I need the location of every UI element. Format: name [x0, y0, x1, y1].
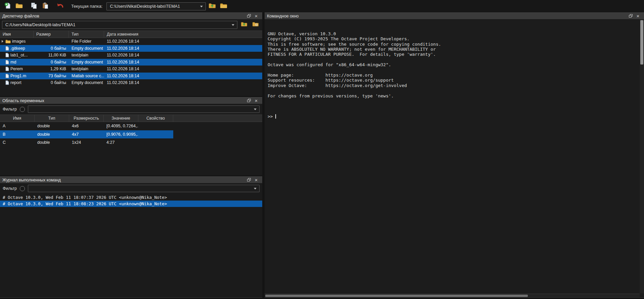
file-icon — [5, 67, 9, 71]
history-line[interactable]: # Octave 10.3.0, Wed Feb 11 18:08:23 202… — [0, 201, 262, 207]
file-type: text/plain — [69, 53, 104, 57]
column-header-name[interactable]: Имя — [0, 31, 34, 38]
close-icon: × — [255, 98, 258, 103]
panel-title: Диспетчер файлов — [2, 14, 39, 18]
expand-chevron-icon[interactable] — [1, 40, 4, 43]
file-row[interactable]: report0 байтыEmpty document11.02.2026 18… — [0, 79, 262, 86]
variable-row[interactable]: Adouble4x6[0.4095, 0.7264,... — [0, 122, 173, 130]
command-output-line: For changes from previous versions, type… — [268, 93, 637, 98]
undo-button[interactable] — [55, 2, 65, 11]
browse-directories-button[interactable] — [219, 2, 229, 11]
file-row[interactable]: Prog1.m73 байтыMatlab source c...11.02.2… — [0, 73, 262, 80]
file-date: 11.02.2026 18:14 — [104, 67, 262, 71]
open-file-button[interactable] — [14, 2, 24, 11]
file-size: 0 байты — [34, 46, 69, 51]
file-type: Empty document — [69, 60, 104, 65]
variable-row[interactable]: Bdouble4x7[0.9076, 0.9095,... — [0, 130, 173, 139]
variable-value: 4:27 — [104, 140, 138, 145]
column-header-date[interactable]: Дата изменения — [104, 31, 262, 38]
file-type: text/plain — [69, 67, 104, 71]
folder-actions-button[interactable] — [251, 20, 260, 29]
close-button[interactable]: × — [252, 98, 260, 103]
undock-icon — [247, 13, 251, 19]
variable-type: double — [35, 140, 69, 145]
column-header-attr[interactable]: Свойство — [138, 115, 173, 122]
variable-value: [0.9076, 0.9095,... — [104, 132, 138, 137]
file-name-cell: lab1_ot... — [0, 53, 34, 57]
column-header-type[interactable]: Тип — [35, 115, 69, 122]
undock-button[interactable] — [627, 13, 634, 19]
paste-icon — [42, 2, 49, 10]
undock-button[interactable] — [245, 98, 252, 103]
file-size: 73 байты — [34, 74, 69, 78]
command-history-panel: Журнал выполненных команд × Фильтр # Oct… — [0, 176, 262, 298]
command-prompt-line[interactable]: >> — [268, 114, 637, 119]
file-name: report — [10, 80, 21, 85]
sync-octave-directory-button[interactable] — [239, 20, 249, 29]
command-window-body[interactable]: GNU Octave, version 10.3.0Copyright (C) … — [265, 19, 644, 297]
file-type: File Folder — [69, 39, 104, 44]
file-browser-rows: imagesFile Folder11.02.2026 18:14.gitkee… — [0, 38, 262, 96]
text-cursor — [275, 114, 276, 119]
file-row[interactable]: md0 байтыEmpty document11.02.2026 18:14 — [0, 59, 262, 66]
history-filter-combobox[interactable] — [28, 185, 260, 192]
command-output-line: There is ABSOLUTELY NO WARRANTY; not eve… — [268, 47, 637, 52]
new-script-icon — [4, 2, 11, 10]
expander-spacer — [1, 47, 4, 50]
browse-directories-icon — [220, 3, 227, 10]
command-output-line: Improve Octave: https://octave.org/get-i… — [268, 83, 637, 88]
chevron-down-icon — [254, 188, 257, 189]
file-size: 1,29 KiB — [34, 67, 69, 71]
close-button[interactable]: × — [634, 13, 642, 19]
file-browser-titlebar[interactable]: Диспетчер файлов × — [0, 12, 262, 19]
column-header-value[interactable]: Значение — [104, 115, 138, 122]
close-button[interactable]: × — [252, 177, 260, 183]
undock-button[interactable] — [245, 13, 252, 19]
new-script-button[interactable] — [3, 2, 13, 11]
command-output-line: GNU Octave, version 10.3.0 — [268, 31, 637, 36]
paste-button[interactable] — [40, 2, 50, 11]
command-window-titlebar[interactable]: Командное окно × — [265, 12, 644, 19]
file-date: 11.02.2026 18:14 — [104, 39, 262, 44]
copy-button[interactable] — [29, 2, 39, 11]
variable-row[interactable]: Cdouble1x244:27 — [0, 138, 173, 147]
variable-dims: 1x24 — [69, 140, 104, 145]
file-icon — [5, 60, 9, 65]
column-header-name[interactable]: Имя — [0, 115, 35, 122]
file-row[interactable]: lab1_ot...11,00 KiBtext/plain11.02.2026 … — [0, 52, 262, 59]
file-name-cell: .gitkeep — [0, 46, 34, 51]
column-header-size[interactable]: Размер — [34, 31, 69, 38]
horizontal-scrollbar[interactable] — [265, 294, 640, 297]
file-row[interactable]: .gitkeep0 байтыEmpty document11.02.2026 … — [0, 45, 262, 52]
prompt-space — [273, 114, 276, 119]
close-button[interactable]: × — [252, 13, 260, 19]
current-folder-combobox[interactable]: C:\Users\Nika\Desktop\it-labs\TEMA1 — [106, 2, 206, 10]
file-icon — [5, 46, 9, 51]
file-date: 11.02.2026 18:14 — [104, 53, 262, 57]
file-path-combobox[interactable]: C:/Users/Nika/Desktop/it-labs/TEMA1 — [2, 21, 237, 29]
horizontal-scrollbar-thumb[interactable] — [265, 295, 528, 297]
column-header-type[interactable]: Тип — [69, 31, 104, 38]
column-header-dims[interactable]: Размерность — [69, 115, 104, 122]
undock-button[interactable] — [245, 177, 252, 183]
vertical-scrollbar-thumb[interactable] — [640, 20, 643, 65]
main-toolbar: Текущая папка: C:\Users\Nika\Desktop\it-… — [0, 0, 644, 12]
history-titlebar[interactable]: Журнал выполненных команд × — [0, 176, 262, 183]
command-output-line — [268, 98, 637, 103]
file-size: 0 байты — [34, 80, 69, 85]
variable-name: C — [0, 140, 35, 145]
file-row[interactable]: Perem1,29 KiBtext/plain11.02.2026 18:14 — [0, 66, 262, 73]
file-name: lab1_ot... — [10, 53, 28, 57]
filter-checkbox[interactable] — [20, 186, 25, 191]
history-line[interactable]: # Octave 10.3.0, Wed Feb 11 18:07:37 202… — [0, 194, 262, 201]
one-directory-up-button[interactable] — [207, 2, 217, 11]
workspace-titlebar[interactable]: Область переменных × — [0, 97, 262, 104]
filter-checkbox[interactable] — [20, 107, 25, 112]
vertical-scrollbar[interactable] — [640, 19, 644, 293]
workspace-filter-combobox[interactable] — [28, 105, 260, 113]
command-output-line: Home page: https://octave.org — [268, 73, 637, 78]
expander-spacer — [1, 74, 4, 77]
variable-dims: 4x7 — [69, 132, 104, 137]
file-row[interactable]: imagesFile Folder11.02.2026 18:14 — [0, 38, 262, 45]
close-icon: × — [255, 13, 258, 18]
